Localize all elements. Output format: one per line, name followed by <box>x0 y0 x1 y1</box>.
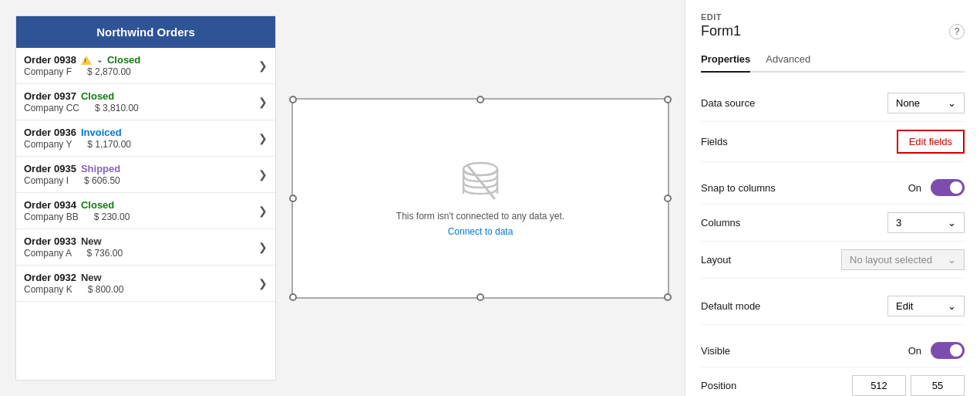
snap-label: Snap to columns <box>701 182 908 194</box>
prop-row-position: Position <box>701 367 965 396</box>
order-status: New <box>81 272 102 283</box>
handle-top-right[interactable] <box>664 96 672 103</box>
datasource-label: Data source <box>701 97 887 109</box>
handle-bot-left[interactable] <box>289 293 297 301</box>
order-status: Invoiced <box>81 127 122 138</box>
company-name: Company BB <box>24 212 79 222</box>
chevron-down-icon: ⌄ <box>948 300 956 312</box>
tab-properties[interactable]: Properties <box>701 49 750 73</box>
handle-top-center[interactable] <box>477 96 484 103</box>
handle-bot-center[interactable] <box>477 293 484 301</box>
snap-toggle[interactable] <box>931 179 965 196</box>
order-status: Shipped <box>81 163 120 174</box>
list-item-content: Order 0938 ⌄ Closed Company F $ 2,870.00 <box>24 54 252 77</box>
order-amount: $ 2,870.00 <box>87 66 131 77</box>
prop-row-snap: Snap to columns On <box>701 171 965 205</box>
company-name: Company Y <box>24 139 72 150</box>
order-number: Order 0937 <box>24 90 76 102</box>
defaultmode-dropdown[interactable]: Edit ⌄ <box>887 296 965 316</box>
order-number: Order 0933 <box>24 235 76 247</box>
form-name-label: Form1 <box>701 23 741 39</box>
company-name: Company K <box>24 284 72 295</box>
list-item-title-row: Order 0934 Closed <box>24 199 252 211</box>
list-item-title-row: Order 0933 New <box>24 235 252 247</box>
defaultmode-label: Default mode <box>701 300 887 312</box>
list-item-content: Order 0935 Shipped Company I $ 606.50 <box>24 163 252 186</box>
list-item-details-row: Company CC $ 3,810.00 <box>24 103 252 113</box>
database-icon <box>457 160 503 206</box>
list-item-content: Order 0936 Invoiced Company Y $ 1,170.00 <box>24 127 252 150</box>
company-name: Company F <box>24 66 72 77</box>
defaultmode-value: Edit ⌄ <box>887 296 965 316</box>
visible-label: Visible <box>701 345 908 357</box>
layout-dropdown[interactable]: No layout selected ⌄ <box>841 249 965 270</box>
edit-section-label: EDIT <box>701 12 965 22</box>
layout-label: Layout <box>701 254 841 266</box>
list-item[interactable]: Order 0936 Invoiced Company Y $ 1,170.00… <box>16 120 275 157</box>
chevron-down-icon: ⌄ <box>948 97 956 109</box>
handle-mid-right[interactable] <box>664 195 672 202</box>
list-item[interactable]: Order 0934 Closed Company BB $ 230.00 ❯ <box>16 193 275 229</box>
list-title: Northwind Orders <box>16 16 275 48</box>
position-x-input[interactable] <box>852 375 906 396</box>
columns-value: 3 ⌄ <box>887 212 965 233</box>
list-item[interactable]: Order 0933 New Company A $ 736.00 ❯ <box>16 229 275 266</box>
arrow-icon: ❯ <box>258 59 268 72</box>
list-item[interactable]: Order 0938 ⌄ Closed Company F $ 2,870.00… <box>16 48 275 84</box>
columns-dropdown[interactable]: 3 ⌄ <box>887 212 965 233</box>
tab-advanced[interactable]: Advanced <box>766 49 810 71</box>
form-title-row: Form1 ? <box>701 23 965 39</box>
order-number: Order 0932 <box>24 272 76 283</box>
form-canvas[interactable]: This form isn't connected to any data ye… <box>291 98 669 299</box>
position-y-input[interactable] <box>911 375 965 396</box>
order-number: Order 0934 <box>24 199 76 211</box>
datasource-value: None ⌄ <box>887 93 965 113</box>
position-label: Position <box>701 380 852 391</box>
order-amount: $ 606.50 <box>84 175 120 186</box>
prop-row-datasource: Data source None ⌄ <box>701 85 965 122</box>
order-amount: $ 230.00 <box>94 212 130 222</box>
orders-list-panel: Northwind Orders Order 0938 ⌄ Closed Com… <box>15 15 276 381</box>
list-item-details-row: Company BB $ 230.00 <box>24 212 252 222</box>
list-item-details-row: Company K $ 800.00 <box>24 284 252 295</box>
order-amount: $ 800.00 <box>88 284 124 295</box>
list-item-title-row: Order 0937 Closed <box>24 90 252 102</box>
properties-tabs: Properties Advanced <box>701 49 965 73</box>
visible-toggle[interactable] <box>931 342 965 359</box>
chevron-down-icon: ⌄ <box>948 254 956 266</box>
order-number: Order 0935 <box>24 163 76 174</box>
snap-on-label: On <box>908 182 921 194</box>
visible-on-label: On <box>908 345 921 357</box>
list-item-content: Order 0934 Closed Company BB $ 230.00 <box>24 199 252 222</box>
position-value <box>852 375 965 396</box>
handle-top-left[interactable] <box>289 96 297 103</box>
edit-fields-button[interactable]: Edit fields <box>897 130 965 154</box>
company-name: Company CC <box>24 103 79 113</box>
handle-bot-right[interactable] <box>664 293 672 301</box>
handle-mid-left[interactable] <box>289 195 297 202</box>
order-status: Closed <box>81 199 114 211</box>
list-item[interactable]: Order 0935 Shipped Company I $ 606.50 ❯ <box>16 157 275 193</box>
datasource-dropdown[interactable]: None ⌄ <box>887 93 965 113</box>
order-number: Order 0936 <box>24 127 76 138</box>
list-item-title-row: Order 0936 Invoiced <box>24 127 252 138</box>
list-item[interactable]: Order 0937 Closed Company CC $ 3,810.00 … <box>16 84 275 120</box>
properties-panel: EDIT Form1 ? Properties Advanced Data so… <box>685 0 980 396</box>
connect-to-data-link[interactable]: Connect to data <box>448 226 514 237</box>
order-status: Closed <box>107 54 140 66</box>
company-name: Company I <box>24 175 69 186</box>
list-item-details-row: Company Y $ 1,170.00 <box>24 139 252 150</box>
help-icon[interactable]: ? <box>949 24 965 39</box>
chevron-down-icon: ⌄ <box>948 217 956 228</box>
arrow-icon: ❯ <box>258 132 268 144</box>
form-empty-state: This form isn't connected to any data ye… <box>396 160 564 237</box>
company-name: Company A <box>24 248 71 259</box>
fields-label: Fields <box>701 136 897 147</box>
fields-value: Edit fields <box>897 130 965 154</box>
canvas-area: This form isn't connected to any data ye… <box>276 0 685 396</box>
list-item[interactable]: Order 0932 New Company K $ 800.00 ❯ <box>16 266 275 302</box>
list-item-title-row: Order 0932 New <box>24 272 252 283</box>
order-status: New <box>81 235 102 247</box>
warning-icon <box>81 56 92 65</box>
arrow-icon: ❯ <box>258 168 268 181</box>
